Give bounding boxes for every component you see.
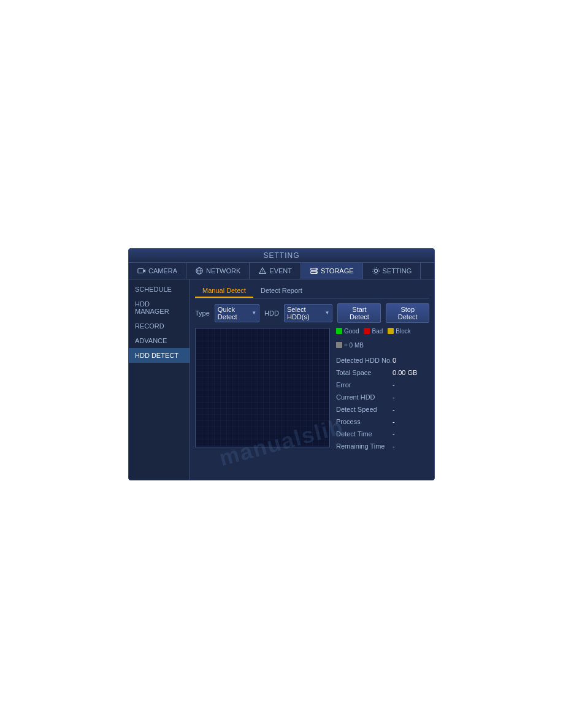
legend-mb-label: = 0 MB xyxy=(344,342,364,349)
tab-setting-label: SETTING xyxy=(383,267,412,275)
top-nav: CAMERA NETWORK EVENT xyxy=(129,263,434,279)
type-dropdown[interactable]: Quick Detect ▼ xyxy=(215,304,259,322)
stat-detected-hdd: Detected HDD No. 0 xyxy=(336,356,429,365)
legend-mb: = 0 MB xyxy=(336,342,364,349)
stat-total-space: Total Space 0.00 GB xyxy=(336,368,429,377)
network-icon xyxy=(195,267,204,275)
total-space-value: 0.00 GB xyxy=(393,369,429,376)
detect-time-value: - xyxy=(393,430,429,438)
sub-tab-manual-detect[interactable]: Manual Detect xyxy=(195,284,253,298)
tab-event[interactable]: EVENT xyxy=(250,263,301,279)
svg-point-10 xyxy=(316,268,317,270)
legend-bad: Bad xyxy=(364,328,383,335)
sidebar-item-schedule[interactable]: SCHEDULE xyxy=(129,282,190,297)
legend-bad-label: Bad xyxy=(372,328,383,335)
stop-detect-button[interactable]: Stop Detect xyxy=(386,303,429,323)
svg-point-13 xyxy=(372,267,379,274)
current-hdd-label: Current HDD xyxy=(336,393,375,401)
tab-network[interactable]: NETWORK xyxy=(186,263,250,279)
settings-window: SETTING CAMERA NETWORK EVENT xyxy=(128,248,435,480)
controls-row: Type Quick Detect ▼ HDD Select HDD(s) ▼ … xyxy=(195,303,429,323)
sidebar: SCHEDULE HDD MANAGER RECORD ADVANCE HDD … xyxy=(129,279,190,480)
detect-speed-label: Detect Speed xyxy=(336,406,377,413)
legend-mb-dot xyxy=(336,342,342,348)
legend-bad-dot xyxy=(364,328,370,334)
svg-point-7 xyxy=(262,272,263,273)
setting-icon xyxy=(372,267,380,275)
storage-icon xyxy=(310,267,318,275)
stat-detect-time: Detect Time - xyxy=(336,430,429,438)
tab-event-label: EVENT xyxy=(269,267,292,275)
svg-point-11 xyxy=(316,271,317,273)
remaining-time-label: Remaining Time xyxy=(336,442,385,450)
hdd-label: HDD xyxy=(264,309,279,317)
legend-good: Good xyxy=(336,328,359,335)
detected-hdd-label: Detected HDD No. xyxy=(336,357,392,364)
tab-network-label: NETWORK xyxy=(206,267,240,275)
content-area: SCHEDULE HDD MANAGER RECORD ADVANCE HDD … xyxy=(129,279,434,480)
process-value: - xyxy=(393,418,429,425)
tab-camera-label: CAMERA xyxy=(148,267,177,275)
legend-good-label: Good xyxy=(344,328,359,335)
error-label: Error xyxy=(336,381,351,389)
legend-block-label: Block xyxy=(396,328,410,335)
event-icon xyxy=(258,267,267,275)
legend-good-dot xyxy=(336,328,342,334)
stat-error: Error - xyxy=(336,381,429,389)
detect-speed-value: - xyxy=(393,406,429,413)
legend-block: Block xyxy=(388,328,410,335)
tab-storage-label: STORAGE xyxy=(321,267,354,275)
hdd-dropdown-arrow: ▼ xyxy=(324,310,329,316)
bottom-spacer xyxy=(195,450,429,475)
legend-row-mb: = 0 MB xyxy=(336,342,429,349)
legend-row: Good Bad Block xyxy=(336,328,429,335)
svg-rect-14 xyxy=(196,328,330,447)
sub-tabs: Manual Detect Detect Report xyxy=(195,284,429,298)
error-value: - xyxy=(393,381,429,389)
title-bar: SETTING xyxy=(129,249,434,263)
main-panel: Manual Detect Detect Report Type Quick D… xyxy=(190,279,434,480)
process-label: Process xyxy=(336,418,361,425)
type-value: Quick Detect xyxy=(218,306,249,320)
sidebar-item-record[interactable]: RECORD xyxy=(129,319,190,333)
svg-point-12 xyxy=(374,269,377,272)
window-title: SETTING xyxy=(263,251,299,260)
detected-hdd-value: 0 xyxy=(393,357,429,364)
stat-detect-speed: Detect Speed - xyxy=(336,405,429,414)
stat-current-hdd: Current HDD - xyxy=(336,393,429,401)
stat-remaining-time: Remaining Time - xyxy=(336,442,429,450)
info-panel: Good Bad Block xyxy=(336,328,429,450)
sidebar-item-hdd-manager[interactable]: HDD MANAGER xyxy=(129,297,190,319)
tab-setting[interactable]: SETTING xyxy=(363,263,421,279)
type-dropdown-arrow: ▼ xyxy=(251,310,256,316)
remaining-time-value: - xyxy=(393,442,429,450)
grid-svg xyxy=(196,328,330,447)
legend-block-dot xyxy=(388,328,394,334)
hdd-dropdown[interactable]: Select HDD(s) ▼ xyxy=(284,304,332,322)
total-space-label: Total Space xyxy=(336,369,371,376)
tab-camera[interactable]: CAMERA xyxy=(129,263,186,279)
hdd-value: Select HDD(s) xyxy=(287,306,323,320)
tab-storage[interactable]: STORAGE xyxy=(301,263,363,279)
start-detect-button[interactable]: Start Detect xyxy=(337,303,381,323)
sidebar-item-hdd-detect[interactable]: HDD DETECT xyxy=(129,348,190,363)
sidebar-item-advance[interactable]: ADVANCE xyxy=(129,333,190,348)
svg-rect-0 xyxy=(138,268,144,273)
sub-tab-detect-report[interactable]: Detect Report xyxy=(253,284,310,298)
detect-area: Good Bad Block xyxy=(195,328,429,450)
current-hdd-value: - xyxy=(393,393,429,401)
camera-icon xyxy=(137,267,146,275)
stat-process: Process - xyxy=(336,417,429,426)
detect-time-label: Detect Time xyxy=(336,430,372,438)
grid-canvas xyxy=(195,328,330,447)
type-label: Type xyxy=(195,309,210,317)
